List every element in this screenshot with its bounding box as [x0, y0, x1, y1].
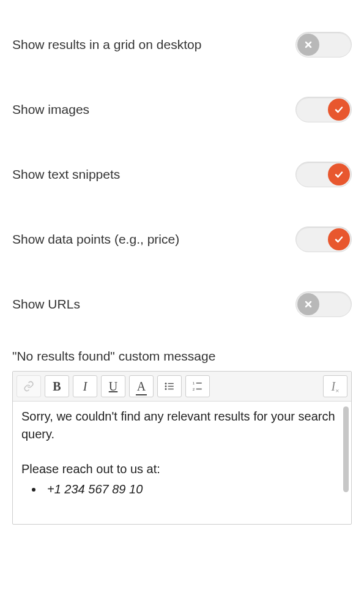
setting-label: Show data points (e.g., price)	[12, 232, 179, 247]
unordered-list-icon	[164, 381, 175, 392]
toggle-grid[interactable]	[295, 32, 352, 58]
svg-rect-5	[168, 389, 174, 390]
svg-point-2	[165, 386, 167, 387]
setting-row-snippets: Show text snippets	[12, 142, 352, 207]
setting-label: Show results in a grid on desktop	[12, 37, 201, 52]
italic-button[interactable]: I	[73, 375, 97, 397]
svg-rect-9	[196, 389, 202, 390]
editor-heading: "No results found" custom message	[12, 337, 352, 371]
ordered-list-icon: 1 2	[192, 381, 203, 392]
svg-rect-7	[196, 383, 202, 384]
link-button[interactable]	[17, 375, 41, 397]
svg-rect-1	[168, 383, 174, 384]
setting-row-grid: Show results in a grid on desktop	[12, 12, 352, 77]
check-icon	[328, 163, 350, 185]
clear-format-button[interactable]: I×	[323, 375, 347, 397]
clear-format-icon: I×	[332, 380, 340, 394]
editor-paragraph: Please reach out to us at:	[21, 460, 343, 478]
toggle-snippets[interactable]	[295, 162, 352, 187]
underline-button[interactable]: U	[101, 375, 125, 397]
underline-icon: U	[109, 380, 117, 394]
svg-text:2: 2	[193, 387, 195, 391]
svg-point-4	[165, 388, 167, 390]
setting-label: Show images	[12, 102, 89, 117]
svg-point-0	[165, 383, 167, 384]
setting-label: Show text snippets	[12, 167, 120, 182]
svg-rect-3	[168, 386, 174, 387]
italic-icon: I	[83, 380, 87, 394]
toggle-datapoints[interactable]	[295, 226, 352, 252]
x-icon	[297, 34, 319, 56]
link-icon	[23, 381, 34, 392]
toggle-images[interactable]	[295, 97, 352, 122]
unordered-list-button[interactable]	[157, 375, 182, 397]
editor-paragraph: Sorry, we couldn't find any relevant res…	[21, 408, 343, 443]
bold-icon: B	[53, 380, 61, 394]
text-color-icon: A	[136, 380, 147, 394]
check-icon	[328, 228, 350, 250]
scrollbar[interactable]	[343, 406, 349, 492]
editor-content[interactable]: Sorry, we couldn't find any relevant res…	[13, 402, 351, 524]
list-item: +1 234 567 89 10	[43, 481, 343, 498]
editor-list: +1 234 567 89 10	[21, 481, 343, 498]
setting-row-urls: Show URLs	[12, 272, 352, 337]
rich-text-editor: B I U A 1	[12, 371, 352, 525]
setting-row-datapoints: Show data points (e.g., price)	[12, 207, 352, 272]
editor-toolbar: B I U A 1	[13, 372, 351, 402]
check-icon	[328, 99, 350, 121]
setting-label: Show URLs	[12, 297, 80, 312]
ordered-list-button[interactable]: 1 2	[185, 375, 210, 397]
x-icon	[297, 293, 319, 315]
text-color-button[interactable]: A	[129, 375, 154, 397]
toggle-urls[interactable]	[295, 291, 352, 317]
blank-line	[21, 446, 343, 460]
setting-row-images: Show images	[12, 77, 352, 142]
bold-button[interactable]: B	[45, 375, 69, 397]
svg-text:1: 1	[193, 381, 195, 385]
